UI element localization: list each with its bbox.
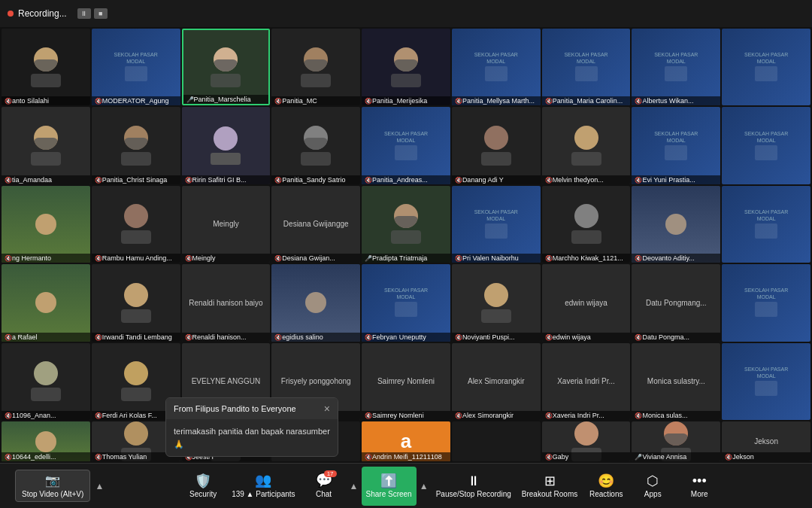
tile-name-label: Ririn Safitri GI B... bbox=[182, 175, 271, 184]
video-tile[interactable]: a Andrin Meifi_11211108 bbox=[362, 421, 450, 461]
video-tile[interactable]: SEKOLAH PASARMODAL bbox=[722, 264, 810, 341]
video-tile[interactable]: SEKOLAH PASARMODAL MODERATOR_Agung bbox=[92, 29, 180, 105]
tile-name-label: Andrin Meifi_11211108 bbox=[362, 452, 450, 461]
video-tile[interactable]: 11096_Anan... bbox=[2, 343, 90, 420]
chat-caret[interactable]: ▲ bbox=[348, 481, 360, 491]
video-tile[interactable]: anto Silalahi bbox=[2, 29, 90, 105]
video-tile[interactable]: Panitia_MC bbox=[271, 29, 360, 105]
pause-recording-button[interactable]: ⏸ bbox=[77, 8, 91, 19]
video-grid: anto Silalahi SEKOLAH PASARMODAL MODERAT… bbox=[0, 27, 812, 463]
video-tile[interactable]: SEKOLAH PASARMODAL bbox=[722, 29, 810, 105]
mic-muted-icon bbox=[274, 177, 280, 183]
video-tile[interactable]: SEKOLAH PASARMODAL bbox=[722, 186, 810, 263]
video-tile[interactable]: SEKOLAH PASARMODAL Evi Yuni Prastia... bbox=[632, 107, 720, 184]
mic-muted-icon bbox=[545, 98, 551, 104]
stop-video-button[interactable]: 📷 Stop Video (Alt+V) bbox=[15, 470, 90, 502]
pause-recording-button[interactable]: ⏸ Pause/Stop Recording bbox=[432, 467, 516, 506]
video-tile[interactable]: tia_Amandaa bbox=[2, 107, 90, 184]
participants-icon: 👥 bbox=[255, 473, 271, 488]
video-tile[interactable]: SEKOLAH PASARMODAL Febryan Uneputty bbox=[362, 264, 450, 341]
reactions-icon: 😊 bbox=[598, 474, 614, 488]
video-tile[interactable]: Panitia_Merijesika bbox=[362, 29, 450, 105]
tile-name-label: Panitia_MC bbox=[271, 96, 360, 105]
mic-muted-icon bbox=[274, 255, 280, 261]
mic-muted-icon bbox=[95, 412, 101, 418]
video-tile[interactable]: Pradipta Triatmaja bbox=[362, 186, 450, 263]
video-tile[interactable]: JeksonJekson bbox=[722, 421, 810, 461]
video-tile[interactable]: Irwandi Tandi Lembang bbox=[92, 264, 180, 341]
mic-muted-icon bbox=[95, 177, 101, 183]
video-tile[interactable]: SEKOLAH PASARMODAL bbox=[722, 107, 810, 184]
chat-popup-close-button[interactable]: × bbox=[324, 403, 330, 415]
video-tile[interactable]: Xaveria Indri Pr...Xaveria Indri Pr... bbox=[542, 343, 631, 420]
video-tile[interactable]: SEKOLAH PASARMODAL Pri Valen Naiborhu bbox=[452, 186, 541, 263]
video-tile[interactable]: Melvin thedyon... bbox=[542, 107, 631, 184]
participants-button[interactable]: 👥 139 ▲ Participants bbox=[227, 467, 299, 506]
tile-name-label: 10644_edelli... bbox=[2, 452, 90, 461]
mic-muted-icon bbox=[635, 255, 641, 261]
video-tile[interactable]: Gaby bbox=[542, 421, 631, 461]
chat-button[interactable]: 💬 17 Chat bbox=[301, 467, 347, 506]
mic-muted-icon bbox=[635, 98, 641, 104]
video-tile[interactable]: 10644_edelli... bbox=[2, 421, 90, 461]
mic-muted-icon bbox=[5, 412, 11, 418]
video-tile[interactable]: Monica sulastry...Monica sulas... bbox=[632, 343, 720, 420]
video-tile[interactable]: SEKOLAH PASARMODAL Panitia_Mellysa Marth… bbox=[452, 29, 541, 105]
tile-name-label: Evi Yuni Prastia... bbox=[632, 175, 720, 184]
tile-name-label: Jekson bbox=[722, 452, 810, 461]
video-tile[interactable]: egidius salino bbox=[271, 264, 360, 341]
video-tile[interactable]: edwin wijayaedwin wijaya bbox=[542, 264, 631, 341]
tile-name-label: Pri Valen Naiborhu bbox=[452, 254, 541, 263]
mic-muted-icon bbox=[545, 334, 551, 340]
video-tile[interactable] bbox=[452, 421, 541, 461]
video-tile[interactable]: a Rafael bbox=[2, 264, 90, 341]
video-tile[interactable]: Renaldi hanison baiyoRenaldi hanison... bbox=[182, 264, 271, 341]
share-screen-caret[interactable]: ▲ bbox=[418, 481, 430, 491]
stop-video-caret[interactable]: ▲ bbox=[93, 467, 105, 506]
tile-name-label: Viviane Annisa bbox=[632, 452, 720, 461]
mic-muted-icon bbox=[5, 177, 11, 183]
apps-button[interactable]: ⬡ Apps bbox=[630, 467, 675, 506]
mic-muted-icon bbox=[545, 255, 551, 261]
video-tile[interactable]: Desiana GwijanggeDesiana Gwijan... bbox=[271, 186, 360, 263]
video-tile[interactable]: Alex SimorangkirAlex Simorangkir bbox=[452, 343, 541, 420]
mic-muted-icon bbox=[725, 454, 731, 460]
video-tile[interactable]: Panitia_Christ Sinaga bbox=[92, 107, 180, 184]
video-tile[interactable]: Noviyanti Puspi... bbox=[452, 264, 541, 341]
video-tile[interactable]: Rambu Hamu Anding... bbox=[92, 186, 180, 263]
video-tile[interactable]: Marchho Kiwak_1121... bbox=[542, 186, 631, 263]
video-tile[interactable]: Datu Pongmang...Datu Pongma... bbox=[632, 264, 720, 341]
more-button[interactable]: ••• More bbox=[677, 467, 722, 506]
mic-muted-icon bbox=[455, 98, 461, 104]
tile-name-label: Panitia_Christ Sinaga bbox=[92, 175, 180, 184]
video-tile[interactable]: Deovanto Aditiy... bbox=[632, 186, 720, 263]
mic-muted-icon bbox=[365, 412, 371, 418]
video-tile[interactable]: Ririn Safitri GI B... bbox=[182, 107, 271, 184]
video-tile[interactable]: SEKOLAH PASARMODAL Albertus Wikan... bbox=[632, 29, 720, 105]
tile-name-label: egidius salino bbox=[271, 333, 360, 342]
mic-muted-icon bbox=[365, 177, 371, 183]
tile-name-label: Irwandi Tandi Lembang bbox=[92, 333, 180, 342]
mic-muted-icon bbox=[545, 454, 551, 460]
reactions-button[interactable]: 😊 Reactions bbox=[583, 467, 629, 506]
mic-muted-icon bbox=[274, 334, 280, 340]
video-tile[interactable]: SEKOLAH PASARMODAL bbox=[722, 343, 810, 420]
video-tile[interactable]: SEKOLAH PASARMODAL Panitia_Andreas... bbox=[362, 107, 450, 184]
share-screen-button[interactable]: ⬆️ Share Screen bbox=[362, 467, 417, 506]
stop-recording-button[interactable]: ■ bbox=[94, 8, 108, 19]
video-tile[interactable]: Viviane Annisa bbox=[632, 421, 720, 461]
video-tile[interactable]: Saimrey NomleniSaimrey Nomleni bbox=[362, 343, 450, 420]
video-tile[interactable]: SEKOLAH PASARMODAL Panitia_Maria Carolin… bbox=[542, 29, 631, 105]
security-button[interactable]: 🛡️ Security bbox=[180, 467, 226, 506]
pause-recording-label: Pause/Stop Recording bbox=[436, 490, 511, 498]
recording-controls[interactable]: ⏸ ■ bbox=[77, 8, 108, 19]
mic-muted-icon bbox=[455, 255, 461, 261]
video-tile[interactable]: MeinglyMeingly bbox=[182, 186, 271, 263]
video-tile[interactable]: ng Hermanto bbox=[2, 186, 90, 263]
toolbar-center: 🛡️ Security 👥 139 ▲ Participants 💬 17 Ch… bbox=[105, 467, 797, 506]
tile-name-label: Datu Pongma... bbox=[632, 333, 720, 342]
video-tile[interactable]: Panitia_Sandy Satrio bbox=[271, 107, 360, 184]
breakout-rooms-button[interactable]: ⊞ Breakout Rooms bbox=[517, 467, 582, 506]
video-tile[interactable]: Panitia_Marschelia bbox=[182, 29, 271, 105]
video-tile[interactable]: Danang Adi Y bbox=[452, 107, 541, 184]
